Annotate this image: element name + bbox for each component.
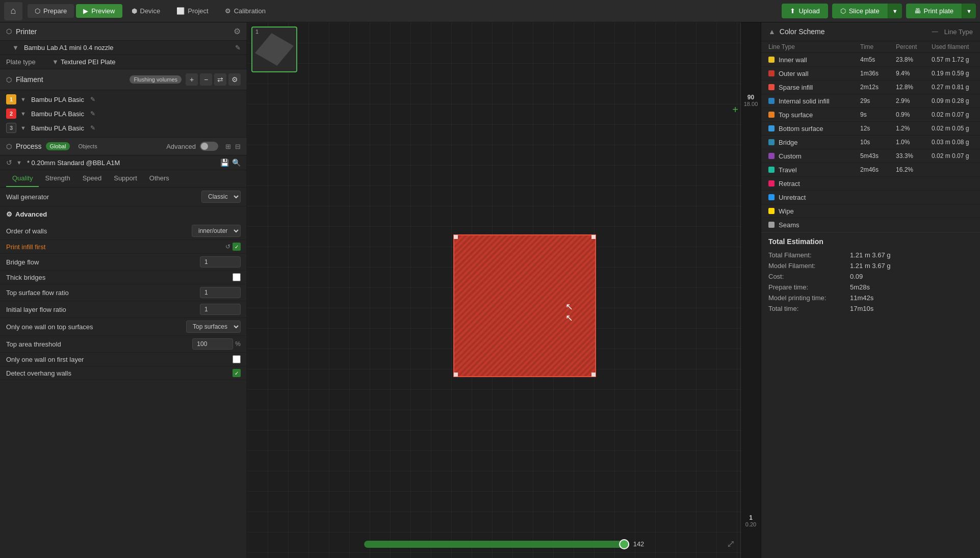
collapse-icon[interactable]: ▲	[768, 28, 776, 36]
slice-dropdown-button[interactable]: ▼	[888, 4, 902, 18]
color-row-8: Travel 2m46s 16.2%	[761, 163, 980, 177]
right-ruler: 90 18.00 + 1 0.20	[740, 22, 761, 558]
detect-overhang-checkbox[interactable]: ✓	[233, 369, 241, 377]
tab-device-label: Device	[140, 7, 161, 15]
color-label-9: Retract	[768, 180, 860, 188]
model-square[interactable]	[453, 234, 596, 377]
color-pct-8: 16.2%	[896, 166, 932, 173]
color-label-8: Travel	[768, 166, 860, 174]
color-row-4: Top surface 9s 0.9% 0.02 m 0.07 g ✓	[761, 108, 980, 122]
tab-speed[interactable]: Speed	[76, 170, 108, 187]
printer-edit-icon[interactable]: ✎	[235, 44, 241, 51]
filament-edit-1[interactable]: ✎	[90, 96, 95, 103]
filament-edit-2[interactable]: ✎	[90, 110, 95, 117]
print-infill-checkbox[interactable]: ✓	[233, 243, 241, 251]
initial-layer-flow-input[interactable]	[200, 304, 241, 315]
print-plate-button[interactable]: 🖶 Print plate	[906, 4, 962, 18]
tab-others[interactable]: Others	[143, 170, 175, 187]
zoom-plus-icon[interactable]: +	[732, 104, 738, 116]
slice-plate-button[interactable]: ⬡ Slice plate	[832, 4, 888, 18]
home-button[interactable]: ⌂	[4, 2, 22, 20]
profile-dropdown-icon: ▼	[16, 160, 22, 166]
slider-thumb[interactable]	[619, 539, 629, 549]
cursor: ↖	[565, 301, 574, 309]
tab-others-label: Others	[149, 174, 169, 182]
param-one-wall-top: Only one wall on top surfaces Top surfac…	[0, 318, 247, 336]
reset-print-infill-icon[interactable]: ↺	[225, 243, 230, 250]
est-label-3: Prepare time:	[768, 283, 850, 291]
bridge-flow-input[interactable]	[200, 256, 241, 268]
print-label: Print plate	[924, 7, 954, 15]
badge-global[interactable]: Global	[46, 142, 70, 150]
expand-icon[interactable]: ⤢	[727, 538, 735, 550]
process-objects-icon[interactable]: ⊟	[235, 143, 241, 150]
printer-gear-icon[interactable]: ⚙	[234, 26, 241, 36]
save-icon[interactable]: 💾	[220, 158, 229, 167]
filament-item-1: 1 ▼ Bambu PLA Basic ✎	[0, 92, 247, 107]
tab-calibration[interactable]: ⚙ Calibration	[218, 4, 273, 18]
badge-objects[interactable]: Objects	[74, 142, 101, 150]
upload-button[interactable]: ⬆ Upload	[782, 4, 828, 18]
thumbnail-item-1[interactable]: 1	[251, 26, 297, 72]
tab-project[interactable]: ⬜ Project	[169, 4, 215, 18]
order-walls-dropdown[interactable]: inner/outer	[192, 225, 241, 237]
filament-settings-button[interactable]: ⚙	[228, 73, 241, 86]
color-fil-5: 0.02 m 0.05 g	[932, 125, 980, 132]
filament-edit-3[interactable]: ✎	[90, 124, 95, 131]
flushing-volumes-badge[interactable]: Flushing volumes	[130, 75, 182, 84]
tab-speed-label: Speed	[83, 174, 102, 182]
param-bridge-flow-label: Bridge flow	[6, 258, 200, 266]
wall-gen-dropdown[interactable]: Classic	[201, 191, 241, 203]
color-name-8: Travel	[779, 166, 797, 174]
col-header-filament: Used filament	[932, 43, 980, 50]
tab-device[interactable]: ⬢ Device	[124, 4, 168, 18]
filament-sync-button[interactable]: ⇄	[214, 73, 226, 86]
est-row-0: Total Filament: 1.21 m 3.67 g	[768, 250, 973, 260]
param-initial-layer-flow-label: Initial layer flow ratio	[6, 306, 200, 313]
plate-type-row: Plate type ▼ Textured PEI Plate	[0, 55, 247, 69]
filament-add-button[interactable]: +	[186, 73, 198, 86]
reset-profile-icon[interactable]: ↺	[6, 158, 12, 167]
thumbnail-num-1: 1	[255, 29, 259, 35]
param-detect-overhang: Detect overhang walls ✓	[0, 366, 247, 380]
est-row-5: Total time: 17m10s	[768, 303, 973, 314]
tab-support[interactable]: Support	[108, 170, 143, 187]
search-icon[interactable]: 🔍	[232, 158, 241, 167]
print-dropdown-button[interactable]: ▼	[962, 4, 976, 18]
top-area-threshold-input[interactable]	[192, 338, 233, 350]
filament-section-icon: ⬡	[6, 76, 12, 84]
color-label-2: Sparse infill	[768, 84, 860, 91]
tab-quality[interactable]: Quality	[6, 170, 39, 187]
color-table-header: Line Type Time Percent Used filament Dis…	[761, 41, 980, 53]
tab-preview[interactable]: ▶ Preview	[76, 4, 122, 18]
ruler-bottom-sub: 0.20	[745, 521, 756, 527]
slider-bar: 142	[364, 540, 644, 548]
color-row-9: Retract ✓	[761, 177, 980, 191]
slider-track[interactable]	[364, 541, 629, 548]
tab-strength[interactable]: Strength	[39, 170, 76, 187]
one-wall-top-dropdown[interactable]: Top surfaces	[186, 321, 241, 333]
tab-preview-label: Preview	[91, 7, 115, 15]
color-name-3: Internal solid infill	[779, 97, 830, 105]
param-thick-bridges: Thick bridges	[0, 271, 247, 284]
thick-bridges-checkbox[interactable]	[233, 273, 241, 281]
color-label-3: Internal solid infill	[768, 97, 860, 105]
param-initial-layer-flow: Initial layer flow ratio	[0, 301, 247, 318]
filament-remove-button[interactable]: −	[200, 73, 212, 86]
color-time-3: 29s	[860, 97, 896, 104]
process-section-icon: ⬡	[6, 143, 12, 150]
printer-name-row: ▼ Bambu Lab A1 mini 0.4 nozzle ✎	[0, 41, 247, 55]
advanced-toggle[interactable]	[200, 142, 218, 151]
color-name-10: Unretract	[779, 194, 806, 201]
viewport[interactable]: 1 ↖ 142 ⤢	[247, 22, 761, 558]
process-layout-icon[interactable]: ⊞	[225, 143, 231, 150]
color-pct-5: 1.2%	[896, 125, 932, 132]
color-time-7: 5m43s	[860, 152, 896, 160]
one-wall-first-checkbox[interactable]	[233, 355, 241, 363]
color-fil-4: 0.02 m 0.07 g	[932, 111, 980, 118]
top-surface-flow-input[interactable]	[200, 287, 241, 298]
color-dot-4	[768, 112, 775, 118]
tab-prepare[interactable]: ⬡ Prepare	[28, 4, 74, 18]
print-icon: 🖶	[914, 7, 921, 15]
percent-sign: %	[235, 340, 241, 348]
